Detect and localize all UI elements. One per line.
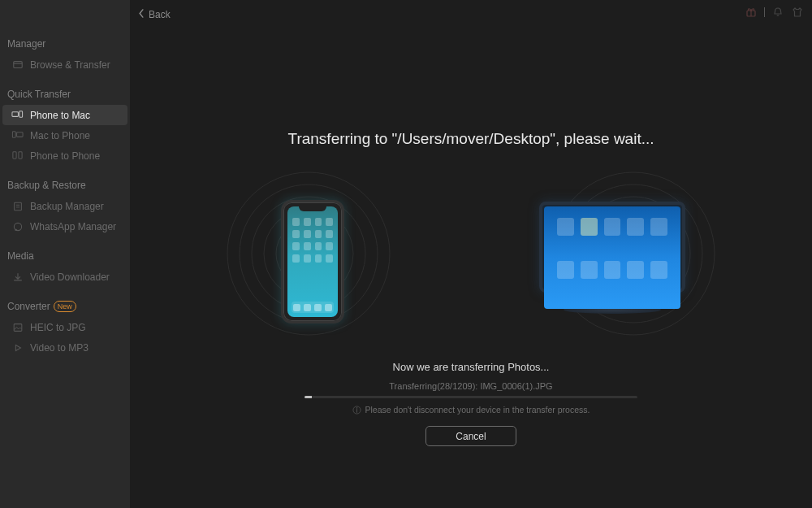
transfer-illustration	[244, 164, 698, 343]
progress-bar	[304, 396, 637, 398]
sidebar-item-whatsapp-manager[interactable]: WhatsApp Manager	[2, 216, 127, 237]
svg-rect-12	[14, 323, 22, 331]
warning-line: Please don't disconnect your device in t…	[352, 405, 590, 415]
phone-to-phone-icon	[11, 150, 24, 162]
section-header-manager: Manager	[0, 33, 130, 54]
sidebar-item-browse-transfer[interactable]: Browse & Transfer	[2, 54, 127, 75]
transfer-title: Transferring to "/Users/mover/Desktop", …	[288, 130, 654, 148]
sidebar-item-mac-to-phone[interactable]: Mac to Phone	[2, 125, 127, 145]
sidebar-item-label: Browse & Transfer	[30, 59, 110, 71]
svg-rect-5	[17, 132, 24, 137]
sidebar-item-heic-to-jpg[interactable]: HEIC to JPG	[2, 317, 127, 337]
mac-device-icon	[539, 202, 685, 314]
svg-rect-6	[13, 152, 16, 158]
browse-icon	[11, 59, 24, 71]
phone-to-mac-icon	[11, 109, 24, 121]
info-icon	[352, 406, 361, 415]
sidebar-item-label: Video Downloader	[30, 271, 110, 283]
sidebar-item-phone-to-mac[interactable]: Phone to Mac	[2, 105, 127, 125]
svg-marker-13	[15, 345, 20, 350]
gift-icon[interactable]	[745, 6, 758, 19]
topbar-right	[745, 6, 804, 19]
download-icon	[11, 271, 24, 283]
sidebar-item-phone-to-phone[interactable]: Phone to Phone	[2, 145, 127, 166]
warning-text: Please don't disconnect your device in t…	[365, 405, 590, 415]
bell-icon[interactable]	[771, 6, 784, 19]
new-badge: New	[54, 301, 76, 312]
section-header-quick-transfer: Quick Transfer	[0, 83, 130, 105]
svg-rect-7	[19, 152, 22, 158]
transfer-panel: Transferring to "/Users/mover/Desktop", …	[130, 49, 812, 508]
sidebar-item-label: Phone to Phone	[30, 150, 100, 162]
shirt-icon[interactable]	[791, 6, 804, 19]
divider	[764, 7, 765, 17]
topbar: Back	[130, 0, 812, 29]
svg-rect-0	[13, 61, 22, 67]
sidebar-item-backup-manager[interactable]: Backup Manager	[2, 196, 127, 216]
main-area: Back Transferring to "/Users/mover/Deskt…	[130, 0, 812, 508]
transfer-status-file: Transferring(28/1209): IMG_0006(1).JPG	[389, 381, 552, 391]
sidebar-item-video-to-mp3[interactable]: Video to MP3	[2, 337, 127, 358]
phone-device-icon	[281, 200, 344, 323]
sidebar-item-label: Mac to Phone	[30, 130, 90, 141]
heic-icon	[11, 321, 24, 333]
svg-point-11	[14, 223, 21, 230]
video-to-mp3-icon	[11, 341, 24, 354]
sidebar-item-video-downloader[interactable]: Video Downloader	[2, 267, 127, 287]
sidebar-item-label: Phone to Mac	[30, 110, 90, 121]
backup-icon	[11, 200, 24, 212]
progress-fill	[304, 396, 312, 398]
whatsapp-icon	[11, 220, 24, 232]
sidebar: Manager Browse & Transfer Quick Transfer…	[0, 0, 130, 508]
cancel-button[interactable]: Cancel	[425, 426, 516, 446]
svg-rect-8	[14, 202, 21, 211]
back-label: Back	[149, 9, 171, 20]
svg-rect-4	[12, 132, 15, 138]
back-button[interactable]: Back	[138, 9, 171, 20]
svg-rect-2	[12, 112, 19, 117]
sidebar-item-label: Video to MP3	[30, 342, 89, 354]
section-header-backup-restore: Backup & Restore	[0, 174, 130, 196]
svg-rect-3	[19, 111, 23, 118]
transfer-status-primary: Now we are transferring Photos...	[393, 361, 550, 373]
mac-to-phone-icon	[11, 129, 24, 141]
section-header-media: Media	[0, 245, 130, 267]
sidebar-item-label: HEIC to JPG	[30, 322, 86, 333]
chevron-left-icon	[138, 9, 145, 20]
sidebar-item-label: Backup Manager	[30, 201, 104, 212]
sidebar-item-label: WhatsApp Manager	[30, 221, 116, 232]
section-header-converter: Converter New	[0, 295, 130, 317]
